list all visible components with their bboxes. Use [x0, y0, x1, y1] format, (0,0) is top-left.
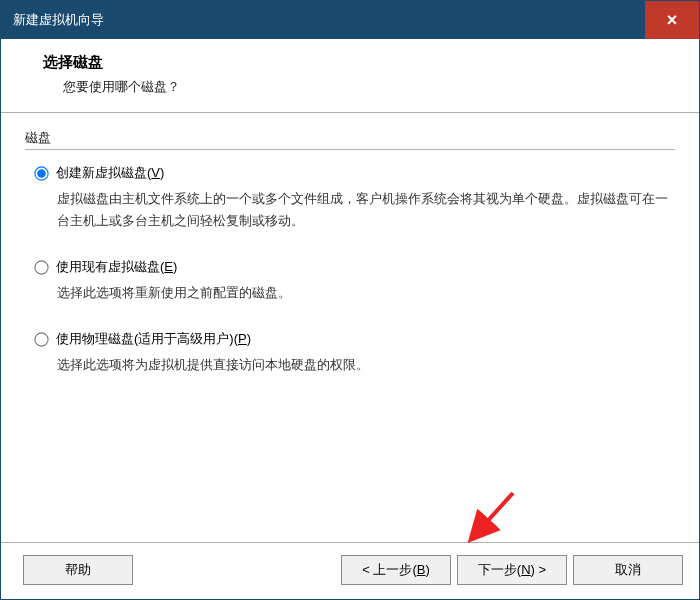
hotkey-e: E: [164, 259, 173, 274]
label-text: ): [247, 331, 251, 346]
option-existing-row[interactable]: 使用现有虚拟磁盘(E): [35, 258, 675, 276]
page-subtitle: 您要使用哪个磁盘？: [63, 78, 675, 96]
radio-use-existing-disk[interactable]: [34, 260, 48, 274]
label-text: ): [160, 165, 164, 180]
next-button[interactable]: 下一步(N) >: [457, 555, 567, 585]
label-text: 下一步(: [478, 562, 521, 577]
label-text: 使用现有虚拟磁盘(: [56, 259, 164, 274]
label-text: ): [173, 259, 177, 274]
option-physical-label: 使用物理磁盘(适用于高级用户)(P): [56, 330, 251, 348]
option-create-label: 创建新虚拟磁盘(V): [56, 164, 164, 182]
wizard-window: 新建虚拟机向导 × 选择磁盘 您要使用哪个磁盘？ 磁盘 创建新虚拟磁盘(V) 虚…: [0, 0, 700, 600]
close-icon: ×: [667, 10, 678, 31]
window-title: 新建虚拟机向导: [13, 11, 104, 29]
help-button[interactable]: 帮助: [23, 555, 133, 585]
cancel-button[interactable]: 取消: [573, 555, 683, 585]
hotkey-v: V: [151, 165, 160, 180]
option-existing-label: 使用现有虚拟磁盘(E): [56, 258, 177, 276]
titlebar: 新建虚拟机向导 ×: [1, 1, 699, 39]
option-create-new-disk[interactable]: 创建新虚拟磁盘(V) 虚拟磁盘由主机文件系统上的一个或多个文件组成，客户机操作系…: [35, 164, 675, 232]
option-physical-desc: 选择此选项将为虚拟机提供直接访问本地硬盘的权限。: [57, 354, 675, 376]
label-text: ) >: [531, 562, 547, 577]
wizard-footer: 帮助 < 上一步(B) 下一步(N) > 取消: [1, 543, 699, 599]
close-button[interactable]: ×: [645, 1, 699, 39]
group-divider: [25, 149, 675, 150]
content-area: 磁盘 创建新虚拟磁盘(V) 虚拟磁盘由主机文件系统上的一个或多个文件组成，客户机…: [1, 113, 699, 542]
option-existing-desc: 选择此选项将重新使用之前配置的磁盘。: [57, 282, 675, 304]
option-use-physical-disk[interactable]: 使用物理磁盘(适用于高级用户)(P) 选择此选项将为虚拟机提供直接访问本地硬盘的…: [35, 330, 675, 376]
back-button[interactable]: < 上一步(B): [341, 555, 451, 585]
radio-create-new-disk[interactable]: [34, 166, 48, 180]
hotkey-n: N: [521, 562, 530, 577]
option-create-row[interactable]: 创建新虚拟磁盘(V): [35, 164, 675, 182]
option-physical-row[interactable]: 使用物理磁盘(适用于高级用户)(P): [35, 330, 675, 348]
page-title: 选择磁盘: [43, 53, 675, 72]
hotkey-p: P: [238, 331, 247, 346]
radio-use-physical-disk[interactable]: [34, 332, 48, 346]
group-label-disk: 磁盘: [25, 129, 675, 147]
option-create-desc: 虚拟磁盘由主机文件系统上的一个或多个文件组成，客户机操作系统会将其视为单个硬盘。…: [57, 188, 675, 232]
label-text: 使用物理磁盘(适用于高级用户)(: [56, 331, 238, 346]
wizard-header: 选择磁盘 您要使用哪个磁盘？: [1, 39, 699, 112]
label-text: ): [425, 562, 429, 577]
label-text: < 上一步(: [362, 562, 417, 577]
option-use-existing-disk[interactable]: 使用现有虚拟磁盘(E) 选择此选项将重新使用之前配置的磁盘。: [35, 258, 675, 304]
label-text: 创建新虚拟磁盘(: [56, 165, 151, 180]
